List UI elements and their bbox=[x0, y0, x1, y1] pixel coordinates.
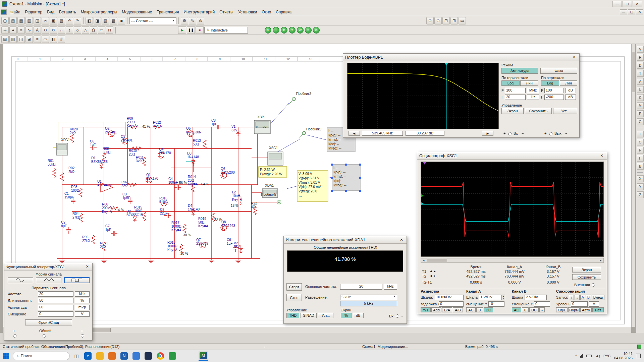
zoom-area-icon[interactable]: ⊡ bbox=[442, 17, 450, 24]
list-icon[interactable]: ≡ bbox=[34, 36, 41, 43]
scope-edge-rising-button[interactable]: ↑ bbox=[569, 295, 574, 300]
analog-group-icon[interactable]: A bbox=[637, 78, 644, 85]
flip-v-icon[interactable]: ↕ bbox=[66, 26, 73, 34]
design-toolbox-icon[interactable]: ◧ bbox=[86, 17, 93, 24]
redo-icon[interactable]: ↷ bbox=[74, 17, 81, 24]
spreadsheet-icon[interactable]: ◨ bbox=[94, 17, 101, 24]
bode-hf-field[interactable]: 100 bbox=[505, 88, 526, 93]
labview-icon[interactable] bbox=[168, 351, 177, 361]
bode-vf-unit[interactable]: dB bbox=[565, 88, 576, 93]
bode-vi-field[interactable]: -200 bbox=[544, 95, 564, 100]
bode-hf-unit[interactable]: MHz bbox=[527, 88, 539, 93]
mdi-minimize-button[interactable]: — bbox=[620, 9, 627, 14]
menu-окно[interactable]: Окно bbox=[259, 9, 273, 15]
scope-cha-dc-button[interactable]: DC bbox=[484, 307, 493, 312]
scope-ab-button[interactable]: A/B bbox=[453, 307, 463, 312]
volume-icon[interactable]: ◄) bbox=[595, 354, 600, 358]
scope-xdelay-field[interactable]: 0 bbox=[439, 301, 464, 307]
scope-ba-button[interactable]: B/A bbox=[442, 307, 452, 312]
mdi-child-icon[interactable] bbox=[1, 9, 7, 15]
scope-t2-spinner[interactable]: ◄ ► bbox=[429, 274, 436, 278]
fg-minus-terminal[interactable] bbox=[81, 334, 84, 338]
zoom-in-icon[interactable]: ⊕ bbox=[426, 17, 434, 24]
flip-h-icon[interactable]: ↔ bbox=[58, 26, 65, 34]
wire-cyan[interactable] bbox=[186, 161, 194, 172]
fg-square-button[interactable] bbox=[64, 277, 90, 283]
place-part-icon[interactable]: ⊕ bbox=[197, 17, 204, 24]
window-bode-plotter[interactable]: Плоттер Боде-XBP1 ✕ ◄ 539.465 kHz 30.237… bbox=[343, 53, 580, 138]
paste-icon[interactable]: ▨ bbox=[58, 17, 65, 24]
bus-group-icon[interactable]: B bbox=[637, 163, 644, 170]
scope-chb-dc-button[interactable]: DC bbox=[529, 307, 539, 312]
fg-triangle-button[interactable] bbox=[36, 277, 61, 283]
scope-level-unit[interactable]: V bbox=[589, 301, 599, 307]
voltage-probe-marker[interactable]: V bbox=[277, 200, 281, 204]
power-group-icon[interactable]: P bbox=[637, 110, 644, 117]
scope-save-button[interactable]: Сохранить bbox=[572, 274, 601, 280]
bode-titlebar[interactable]: Плоттер Боде-XBP1 ✕ bbox=[343, 54, 579, 61]
scope-chb-zero-button[interactable]: 0 bbox=[522, 307, 529, 312]
menu-вид[interactable]: Вид bbox=[45, 9, 57, 15]
xsc1-symbol[interactable] bbox=[268, 152, 283, 165]
multisim-icon[interactable]: M bbox=[199, 351, 208, 361]
waveform-icon[interactable]: ∿ bbox=[25, 26, 33, 34]
fg-sine-button[interactable] bbox=[8, 277, 33, 283]
fg-freq-field[interactable]: 20 bbox=[38, 291, 73, 297]
horizontal-scrollbar[interactable] bbox=[3, 327, 631, 333]
transistor-group-icon[interactable]: T bbox=[637, 70, 644, 77]
explorer-icon[interactable] bbox=[95, 351, 105, 361]
app-blue-icon[interactable]: N bbox=[119, 351, 129, 361]
scope-single-button[interactable]: Одн. bbox=[556, 307, 568, 312]
thd-set-button[interactable]: Уст... bbox=[318, 313, 333, 318]
ladder-icon[interactable]: Z bbox=[637, 191, 644, 198]
close-icon[interactable]: ✕ bbox=[84, 264, 90, 269]
menu-редактор[interactable]: Редактор bbox=[23, 9, 45, 15]
fg-offset-unit[interactable]: V bbox=[75, 311, 90, 317]
pause-icon[interactable]: ❚❚ bbox=[187, 26, 195, 34]
wire-icon[interactable]: ┼ bbox=[1, 26, 9, 34]
fg-plus-terminal[interactable] bbox=[13, 334, 16, 338]
close-icon[interactable]: ✕ bbox=[571, 55, 577, 59]
bode-cursor-right-button[interactable]: ► bbox=[482, 131, 493, 136]
grapher-icon[interactable]: ▩ bbox=[110, 17, 117, 24]
window-distortion-analyzer[interactable]: Измеритель нелинейных искажений-XDA1 ✕ О… bbox=[283, 236, 407, 324]
scope-edge-falling-button[interactable]: ↓ bbox=[575, 295, 580, 300]
resistance-icon[interactable]: Ω bbox=[90, 26, 97, 34]
connector-icon[interactable]: ⊓ bbox=[106, 26, 113, 34]
scope-trigger-a-button[interactable]: A bbox=[580, 295, 585, 300]
cmos-group-icon[interactable]: C bbox=[637, 94, 644, 101]
thd-fund-field[interactable]: 20 bbox=[340, 284, 382, 290]
scope-timebase-field[interactable]: 10 us/Div bbox=[435, 295, 464, 300]
bode-hi-field[interactable]: 20 bbox=[505, 95, 526, 100]
preview-icon[interactable]: ◫ bbox=[34, 17, 41, 24]
scope-chb-offset-field[interactable]: 0 bbox=[534, 301, 550, 307]
mdi-restore-button[interactable]: ▢ bbox=[628, 9, 635, 14]
taskbar-search[interactable]: ⌕ Поиск bbox=[13, 352, 70, 360]
clock[interactable]: 10:41 04.08.2025 bbox=[614, 352, 633, 360]
window-oscilloscope[interactable]: Осциллограф-XSC1 ✕ ◄► T1 ◄ ► T2 ◄ ► T2-T… bbox=[417, 152, 607, 314]
scope-cha-offset-field[interactable]: -0 bbox=[488, 301, 504, 307]
pane-icon[interactable]: ◧ bbox=[50, 36, 57, 43]
thd-in-terminal[interactable] bbox=[396, 314, 399, 318]
stop-icon[interactable]: ■ bbox=[196, 26, 204, 34]
junction-icon[interactable]: ● bbox=[9, 26, 17, 34]
electromech-icon[interactable]: H bbox=[637, 155, 644, 162]
zoom-out-icon[interactable]: ⊖ bbox=[434, 17, 442, 24]
subcircuit-icon[interactable]: ◇ bbox=[74, 26, 81, 34]
scope-external-radio[interactable] bbox=[592, 283, 595, 287]
probe-current-icon[interactable]: I bbox=[273, 27, 279, 34]
run-icon[interactable]: ▶ bbox=[178, 26, 186, 34]
wizard-icon[interactable]: ⚙ bbox=[181, 17, 188, 24]
view2-icon[interactable]: ▥ bbox=[9, 36, 17, 43]
text-icon[interactable]: A bbox=[34, 26, 41, 34]
indicator-group-icon[interactable]: I bbox=[637, 131, 644, 137]
postprocessor-icon[interactable]: ■ bbox=[118, 17, 125, 24]
menu-инструментарий[interactable]: Инструментарий bbox=[181, 9, 217, 15]
vertical-scrollbar[interactable] bbox=[631, 44, 635, 327]
thd-percent-button[interactable]: % bbox=[341, 313, 352, 318]
copy-icon[interactable]: ▣ bbox=[50, 17, 57, 24]
scope-auto-button[interactable]: Авто bbox=[580, 307, 592, 312]
title-bar[interactable]: Схема1 - Multisim - [Схема1 *] — ▢ ✕ bbox=[0, 0, 644, 8]
edit-icon[interactable]: ✎ bbox=[189, 17, 196, 24]
diode-group-icon[interactable]: D bbox=[637, 62, 644, 69]
